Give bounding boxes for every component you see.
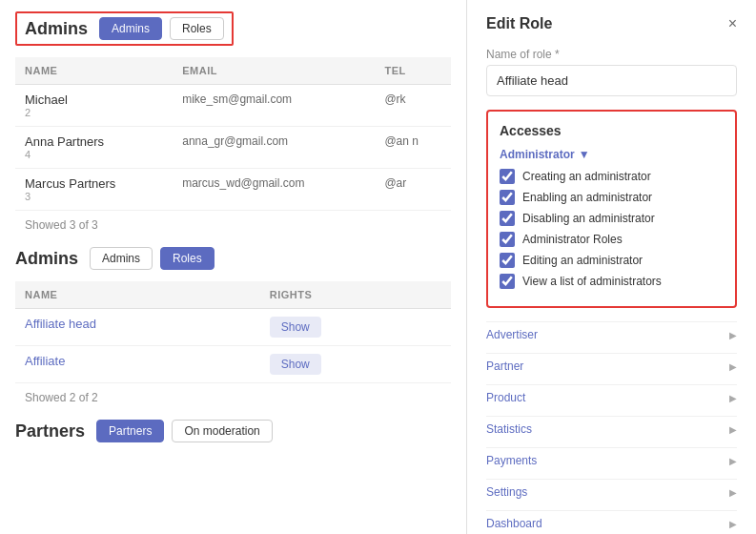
checkbox-input-4[interactable]	[500, 253, 515, 268]
admins-tab2-roles[interactable]: Roles	[160, 247, 215, 270]
checkbox-item: Disabling an administrator	[500, 211, 724, 226]
table-row: Marcus Partners 3 marcus_wd@gmail.com @a…	[15, 169, 451, 211]
close-button[interactable]: ×	[728, 15, 737, 32]
access-section-header-1[interactable]: Partner ▶	[486, 353, 737, 379]
access-section: Settings ▶	[486, 479, 737, 504]
chevron-right-icon: ▶	[729, 361, 737, 372]
left-panel: Admins Admins Roles NAME EMAIL TEL Micha…	[0, 0, 467, 534]
cell-email: marcus_wd@gmail.com	[173, 169, 375, 211]
access-section: Product ▶	[486, 384, 737, 410]
admins-section1-header: Admins Admins Roles	[15, 11, 234, 46]
role-name-input[interactable]	[486, 65, 737, 96]
checkbox-item: Editing an administrator	[500, 253, 724, 268]
col-name2: NAME	[15, 281, 260, 309]
cell-name: Anna Partners 4	[15, 127, 173, 169]
access-section-header-3[interactable]: Statistics ▶	[486, 416, 737, 442]
access-section: Partner ▶	[486, 353, 737, 379]
admins-table1: NAME EMAIL TEL Michael 2 mike_sm@gmail.c…	[15, 57, 451, 211]
access-section-header-2[interactable]: Product ▶	[486, 384, 737, 410]
checkbox-input-1[interactable]	[500, 190, 515, 205]
access-section-header-4[interactable]: Payments ▶	[486, 447, 737, 473]
checkbox-label: Disabling an administrator	[522, 212, 655, 225]
cell-rights: Show	[260, 346, 451, 383]
admin-checkboxes: Creating an administrator Enabling an ad…	[500, 169, 724, 289]
col-email: EMAIL	[173, 57, 375, 85]
checkbox-label: Administrator Roles	[522, 233, 623, 246]
chevron-right-icon: ▶	[729, 519, 737, 529]
cell-tel: @an n	[375, 127, 451, 169]
checkbox-label: Editing an administrator	[522, 254, 643, 267]
access-section-label: Product	[486, 391, 525, 404]
cell-name: Michael 2	[15, 85, 173, 127]
show-button[interactable]: Show	[270, 317, 321, 338]
checkbox-input-3[interactable]	[500, 232, 515, 247]
showed-text1: Showed 3 of 3	[25, 218, 451, 232]
checkbox-input-0[interactable]	[500, 169, 515, 184]
access-section-label: Advertiser	[486, 328, 538, 341]
checkbox-label: View a list of administrators	[522, 275, 662, 288]
role-name-label: Name of role *	[486, 48, 737, 61]
dropdown-icon: ▼	[579, 148, 590, 161]
admins-table2: NAME RIGHTS Affiliate head Show Affiliat…	[15, 281, 451, 383]
col-name: NAME	[15, 57, 173, 85]
chevron-right-icon: ▶	[729, 456, 737, 466]
right-panel: Edit Role × Name of role * Accesses Admi…	[467, 0, 756, 534]
chevron-right-icon: ▶	[729, 330, 737, 340]
administrator-group-header[interactable]: Administrator ▼	[500, 148, 724, 161]
partners-tab-partners[interactable]: Partners	[96, 420, 164, 442]
cell-role-name: Affiliate	[15, 346, 260, 383]
cell-email: anna_gr@gmail.com	[173, 127, 375, 169]
cell-tel: @ar	[375, 169, 451, 211]
checkbox-label: Creating an administrator	[522, 170, 651, 183]
table-row: Michael 2 mike_sm@gmail.com @rk	[15, 85, 451, 127]
partners-title: Partners	[15, 421, 85, 442]
admins-section2-title: Admins	[15, 249, 78, 269]
cell-name: Marcus Partners 3	[15, 169, 173, 211]
checkbox-item: Enabling an administrator	[500, 190, 724, 205]
partners-header: Partners Partners On moderation	[15, 420, 451, 442]
chevron-right-icon: ▶	[729, 487, 737, 498]
table-row: Affiliate Show	[15, 346, 451, 383]
access-section: Advertiser ▶	[486, 321, 737, 347]
accesses-box: Accesses Administrator ▼ Creating an adm…	[486, 110, 737, 308]
col-rights: RIGHTS	[260, 281, 451, 309]
access-section-header-6[interactable]: Dashboard ▶	[486, 510, 737, 534]
chevron-right-icon: ▶	[729, 424, 737, 435]
table-row: Affiliate head Show	[15, 309, 451, 346]
access-section-header-0[interactable]: Advertiser ▶	[486, 321, 737, 347]
access-section-label: Payments	[486, 454, 537, 467]
checkbox-item: Creating an administrator	[500, 169, 724, 184]
cell-rights: Show	[260, 309, 451, 346]
chevron-right-icon: ▶	[729, 393, 737, 403]
show-button[interactable]: Show	[270, 354, 321, 375]
checkbox-item: View a list of administrators	[500, 274, 724, 289]
panel-title: Edit Role	[486, 15, 552, 32]
panel-header: Edit Role ×	[486, 15, 737, 32]
access-section: Payments ▶	[486, 447, 737, 473]
access-section: Dashboard ▶	[486, 510, 737, 534]
access-section-header-5[interactable]: Settings ▶	[486, 479, 737, 504]
partners-section: Partners Partners On moderation	[15, 420, 451, 442]
admins-tab2-admins[interactable]: Admins	[90, 247, 153, 270]
access-section: Statistics ▶	[486, 416, 737, 442]
showed-text2: Showed 2 of 2	[25, 391, 451, 404]
admins-tab1-admins[interactable]: Admins	[99, 17, 162, 40]
checkbox-input-2[interactable]	[500, 211, 515, 226]
admins-tab1-roles[interactable]: Roles	[170, 17, 224, 40]
access-section-label: Settings	[486, 485, 527, 499]
checkbox-input-5[interactable]	[500, 274, 515, 289]
administrator-label: Administrator	[500, 148, 575, 161]
access-section-label: Statistics	[486, 422, 532, 436]
cell-role-name: Affiliate head	[15, 309, 260, 346]
table-row: Anna Partners 4 anna_gr@gmail.com @an n	[15, 127, 451, 169]
partners-tab-moderation[interactable]: On moderation	[172, 420, 272, 442]
cell-email: mike_sm@gmail.com	[173, 85, 375, 127]
collapsed-sections: Advertiser ▶ Partner ▶ Product ▶ Statist…	[486, 321, 737, 534]
accesses-title: Accesses	[500, 123, 724, 138]
checkbox-label: Enabling an administrator	[522, 191, 652, 204]
access-section-label: Partner	[486, 359, 523, 373]
admins-section2-header: Admins Admins Roles	[15, 247, 451, 270]
cell-tel: @rk	[375, 85, 451, 127]
checkbox-item: Administrator Roles	[500, 232, 724, 247]
access-section-label: Dashboard	[486, 517, 542, 530]
